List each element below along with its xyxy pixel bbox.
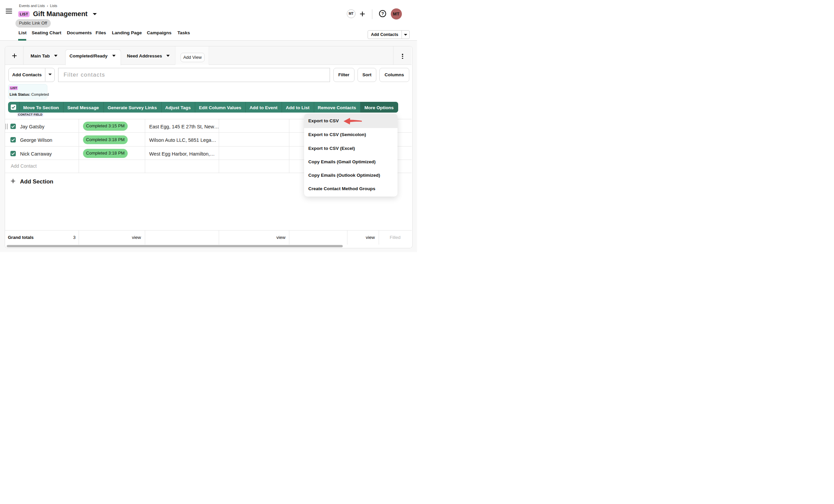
svg-text:?: ? [381, 12, 384, 17]
